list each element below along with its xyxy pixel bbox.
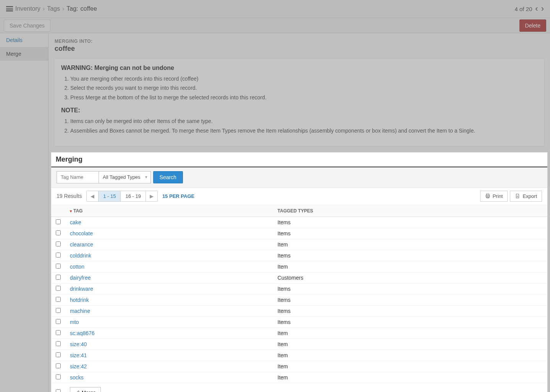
pager-next-icon[interactable]: › <box>541 5 544 13</box>
tag-link[interactable]: dairyfree <box>70 275 91 281</box>
row-checkbox[interactable] <box>56 363 61 368</box>
content: MERGING INTO: coffee WARNING: Merging ca… <box>49 33 550 392</box>
row-checkbox[interactable] <box>56 319 61 324</box>
tagged-types-cell: Item <box>273 361 547 372</box>
merge-header: MERGING INTO: coffee <box>49 33 550 54</box>
row-checkbox[interactable] <box>56 264 61 269</box>
export-label: Export <box>522 193 537 199</box>
row-checkbox[interactable] <box>56 330 61 335</box>
tagged-types-cell: Items <box>273 316 547 327</box>
section-title: Merging <box>51 152 547 167</box>
page-next-icon[interactable]: ▶ <box>146 191 157 201</box>
tagged-types-cell: Items <box>273 250 547 261</box>
filter-bar: All Tagged Types Search <box>51 167 547 188</box>
page-range-1[interactable]: 1 - 15 <box>99 191 121 201</box>
tag-link[interactable]: size:40 <box>70 341 87 347</box>
merge-action-row: Merge <box>51 383 547 392</box>
note-heading: NOTE: <box>61 107 537 114</box>
tag-link[interactable]: cake <box>70 219 81 225</box>
results-count: 19 Results <box>57 193 82 199</box>
row-checkbox[interactable] <box>56 286 61 291</box>
table-row: size:40Item <box>51 339 547 350</box>
row-checkbox[interactable] <box>56 308 61 313</box>
tagged-types-cell: Item <box>273 372 547 383</box>
breadcrumb: Inventory › Tags › Tag: coffee <box>6 5 97 12</box>
tagged-types-cell: Items <box>273 283 547 294</box>
page-prev-icon[interactable]: ◀ <box>87 191 99 201</box>
save-button[interactable]: Save Changes <box>4 19 50 32</box>
tag-link[interactable]: size:42 <box>70 363 87 369</box>
table-row: cakeItems <box>51 217 547 228</box>
table-row: sc:aq8676Item <box>51 327 547 339</box>
warning-step: Select the records you want to merge int… <box>70 84 537 92</box>
table-row: socksItem <box>51 372 547 383</box>
tagged-types-cell: Items <box>273 294 547 305</box>
tag-link[interactable]: socks <box>70 374 84 381</box>
tag-link[interactable]: chocolate <box>70 230 93 236</box>
col-types[interactable]: TAGGED TYPES <box>273 205 547 217</box>
tag-link[interactable]: size:41 <box>70 352 87 358</box>
tagged-types-value: All Tagged Types <box>103 174 141 180</box>
table-row: mtoItems <box>51 316 547 327</box>
note-item: Assemblies and Boxes cannot be merged. T… <box>70 126 537 135</box>
tag-link[interactable]: clearance <box>70 241 93 248</box>
record-pager: 4 of 20 ‹ › <box>514 5 544 13</box>
pager-prev-icon[interactable]: ‹ <box>535 5 538 13</box>
breadcrumb-leaf-value: coffee <box>81 5 97 12</box>
search-button[interactable]: Search <box>153 171 183 183</box>
row-checkbox[interactable] <box>56 219 61 224</box>
row-checkbox[interactable] <box>56 253 61 258</box>
merging-section: Merging All Tagged Types Search 19 Resul… <box>51 152 548 392</box>
breadcrumb-tags[interactable]: Tags <box>47 5 60 12</box>
tagged-types-cell: Item <box>273 350 547 361</box>
tagged-types-cell: Item <box>273 339 547 350</box>
merge-button[interactable]: Merge <box>70 387 101 392</box>
warning-step: Press Merge at the bottom of the list to… <box>70 93 537 102</box>
row-checkbox[interactable] <box>56 341 61 346</box>
page-range-2[interactable]: 16 - 19 <box>121 191 146 201</box>
tag-link[interactable]: drinkware <box>70 286 93 292</box>
warning-box: WARNING: Merging can not be undone You a… <box>54 58 545 147</box>
tag-link[interactable]: cotton <box>70 264 84 270</box>
row-checkbox[interactable] <box>56 230 61 235</box>
row-checkbox[interactable] <box>56 374 61 379</box>
warning-heading: WARNING: Merging can not be undone <box>61 65 537 71</box>
row-checkbox[interactable] <box>56 352 61 357</box>
table-row: chocolateItems <box>51 228 547 239</box>
delete-button[interactable]: Delete <box>519 19 546 32</box>
table-row: size:42Item <box>51 361 547 372</box>
print-button[interactable]: Print <box>480 191 508 202</box>
select-all-checkbox[interactable] <box>56 389 61 392</box>
col-checkbox <box>51 205 65 217</box>
tagged-types-select[interactable]: All Tagged Types <box>99 171 151 183</box>
tag-link[interactable]: colddrink <box>70 253 91 259</box>
tagged-types-cell: Items <box>273 305 547 316</box>
tag-link[interactable]: sc:aq8676 <box>70 330 95 336</box>
export-button[interactable]: Export <box>510 191 542 202</box>
tag-link[interactable]: mto <box>70 319 79 325</box>
row-checkbox[interactable] <box>56 297 61 302</box>
merge-button-label: Merge <box>82 390 96 392</box>
table-row: dairyfreeCustomers <box>51 272 547 283</box>
menu-icon[interactable] <box>6 6 13 11</box>
export-icon <box>515 193 520 199</box>
note-list: Items can only be merged into other Item… <box>70 117 537 135</box>
pager-text: 4 of 20 <box>514 6 532 12</box>
row-checkbox[interactable] <box>56 275 61 280</box>
col-tag[interactable]: TAG <box>65 205 273 217</box>
per-page-link[interactable]: 15 PER PAGE <box>162 193 194 199</box>
merge-header-title: coffee <box>55 45 544 53</box>
sidebar-tab-details[interactable]: Details <box>0 33 48 47</box>
row-checkbox[interactable] <box>56 241 61 246</box>
tag-link[interactable]: machine <box>70 308 90 314</box>
tagged-types-cell: Items <box>273 228 547 239</box>
breadcrumb-root[interactable]: Inventory <box>15 5 40 12</box>
chevron-right-icon: › <box>62 5 64 12</box>
tag-name-input[interactable] <box>57 171 99 183</box>
note-item: Items can only be merged into other Item… <box>70 117 537 125</box>
sidebar-tab-merge[interactable]: Merge <box>0 47 48 61</box>
results-table: TAG TAGGED TYPES cakeItemschocolateItems… <box>51 205 547 392</box>
tag-link[interactable]: hotdrink <box>70 297 89 303</box>
tagged-types-cell: Item <box>273 261 547 272</box>
header-bar: Inventory › Tags › Tag: coffee 4 of 20 ‹… <box>0 0 550 18</box>
